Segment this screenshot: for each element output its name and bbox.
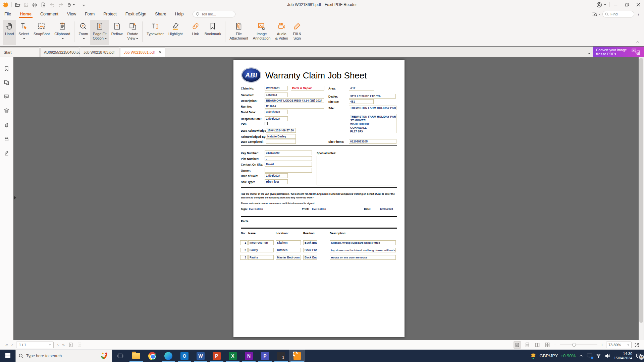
parts-row-position[interactable]: Back End xyxy=(303,248,317,252)
taskbar-powerpoint[interactable]: P xyxy=(209,350,225,362)
wireless-display-icon[interactable] xyxy=(587,353,592,358)
owner-field[interactable] xyxy=(265,168,312,173)
menu-home[interactable]: Home xyxy=(15,9,36,19)
open-file-button[interactable] xyxy=(15,2,20,8)
continuous-view-button[interactable] xyxy=(524,341,531,349)
page-thumbnails-icon[interactable] xyxy=(4,80,9,85)
parts-row-location[interactable]: Kitchen xyxy=(276,248,301,252)
restore-button[interactable] xyxy=(621,0,633,9)
key-number-field[interactable]: 3131/3099 xyxy=(265,150,312,155)
tab-job-w0218783[interactable]: Job W0218783.pdf xyxy=(80,47,119,57)
fill-sign-button[interactable]: Fill & Sign xyxy=(290,20,304,45)
taskbar-word[interactable]: W xyxy=(193,350,209,362)
wifi-icon[interactable] xyxy=(596,353,601,358)
despatch-date-field[interactable]: 14/03/2024 xyxy=(265,116,288,121)
find-input[interactable] xyxy=(610,12,631,16)
previous-view-button[interactable] xyxy=(68,342,73,348)
claim-no-field[interactable]: W0218681 xyxy=(265,86,288,90)
bookmarks-panel-icon[interactable] xyxy=(4,66,9,71)
minimize-button[interactable] xyxy=(610,0,621,9)
parts-row-position[interactable]: Back End xyxy=(303,255,317,260)
site-phone-field[interactable]: 01208863205 xyxy=(349,139,396,144)
zoom-slider-knob[interactable] xyxy=(572,343,576,347)
layers-panel-icon[interactable] xyxy=(4,108,9,114)
parts-row-no[interactable]: 1 xyxy=(240,240,248,245)
show-hidden-icons-button[interactable] xyxy=(579,354,583,358)
undo-button[interactable] xyxy=(49,2,55,8)
date-value[interactable]: 12/04/2024 xyxy=(380,207,393,210)
vertical-scrollbar[interactable] xyxy=(639,57,644,340)
next-page-button[interactable]: › xyxy=(57,343,59,347)
zoom-level-box[interactable]: 73.80% xyxy=(606,342,632,348)
zoom-in-button[interactable]: + xyxy=(601,343,603,347)
hand-tool-quick-button[interactable] xyxy=(67,2,75,7)
serial-no-field[interactable]: 1863013 xyxy=(265,93,288,97)
customize-toolbar-button[interactable] xyxy=(81,2,86,7)
menu-share[interactable]: Share xyxy=(151,9,170,19)
tell-me-input[interactable] xyxy=(201,12,230,16)
menu-form[interactable]: Form xyxy=(80,9,99,19)
audio-video-button[interactable]: Audio & Video xyxy=(273,20,290,45)
highlight-button[interactable]: Highlight xyxy=(166,20,185,45)
date-completed-field[interactable] xyxy=(266,139,296,144)
last-page-button[interactable]: » xyxy=(62,343,65,347)
print-value[interactable]: Eve Colton xyxy=(312,207,326,210)
find-box[interactable] xyxy=(602,11,634,17)
taskbar-chrome[interactable] xyxy=(144,350,160,362)
tab-close-icon[interactable] xyxy=(159,51,162,54)
menu-help[interactable]: Help xyxy=(171,9,188,19)
parts-row-issue[interactable]: Faulty xyxy=(248,248,274,252)
close-button[interactable] xyxy=(633,0,644,9)
panel-expand-handle[interactable] xyxy=(14,196,18,200)
volume-icon[interactable] xyxy=(605,353,610,358)
special-notes-field[interactable] xyxy=(317,156,396,185)
clipboard-button[interactable]: Clipboard xyxy=(52,20,72,45)
dealer-field[interactable]: 3T'S LEISURE LTD T/A xyxy=(349,94,396,99)
image-annotation-button[interactable]: Image Annotation xyxy=(251,20,273,45)
menu-view[interactable]: View xyxy=(63,9,80,19)
first-page-button[interactable]: « xyxy=(5,343,8,347)
more-options-icon[interactable]: ⋮ xyxy=(636,12,641,17)
fullscreen-button[interactable] xyxy=(634,343,639,348)
pdf-page[interactable]: ABI Warranty Claim Job Sheet Claim No: W… xyxy=(233,60,405,337)
signature-panel-icon[interactable] xyxy=(4,150,9,156)
tab-ab0925532150480[interactable]: AB0925532150480.pdf xyxy=(40,47,79,57)
select-button[interactable]: Select xyxy=(16,20,31,45)
tab-list-dropdown[interactable] xyxy=(587,50,590,56)
facing-view-button[interactable] xyxy=(534,341,541,349)
area-field[interactable]: A12 xyxy=(349,86,374,90)
redo-button[interactable] xyxy=(58,2,64,8)
page-number-box[interactable]: 1 / 1 xyxy=(16,342,54,348)
taskbar-search-box[interactable]: Type here to search xyxy=(15,350,112,362)
bookmark-button[interactable]: Bookmark xyxy=(202,20,224,45)
acknowledged-by-field[interactable]: Natalie Darley xyxy=(266,134,296,139)
plot-number-field[interactable]: . xyxy=(265,156,312,161)
site-field[interactable]: TREWISTON FARM HOLIDAY PARK xyxy=(349,106,396,110)
parts-row-issue[interactable]: Incorrect Part xyxy=(248,240,274,245)
zoom-button[interactable]: Zoom xyxy=(76,20,90,45)
task-view-button[interactable] xyxy=(112,350,128,362)
currency-ticker-widget[interactable]: GBP/JPY +0.90% xyxy=(530,353,576,359)
single-page-view-button[interactable] xyxy=(514,341,521,349)
attachments-panel-icon[interactable] xyxy=(4,122,9,128)
parts-row-description[interactable]: Kitchen, wrong cupboard handle fitted xyxy=(330,240,396,245)
taskbar-edge[interactable] xyxy=(160,350,176,362)
hand-button[interactable]: Hand xyxy=(3,20,16,45)
save-button[interactable] xyxy=(23,2,29,7)
sign-value[interactable]: Eve Colton xyxy=(249,207,263,210)
taskbar-onenote[interactable]: N xyxy=(241,350,257,362)
link-button[interactable]: Link xyxy=(189,20,202,45)
search-highlight-image[interactable] xyxy=(100,351,109,361)
zoom-out-button[interactable]: − xyxy=(554,343,556,347)
site-address-field[interactable]: TREWISTON FARM HOLIDAY PARK ST MINVER WA… xyxy=(349,114,396,133)
taskbar-app-with-badge[interactable]: 1 xyxy=(273,350,289,362)
reflow-button[interactable]: Reflow xyxy=(109,20,125,45)
taskbar-foxit-reader[interactable] xyxy=(289,350,305,362)
collap​se-ribbon-button[interactable] xyxy=(636,40,640,44)
start-button[interactable] xyxy=(0,350,15,362)
next-view-button[interactable] xyxy=(77,342,82,348)
convert-image-banner[interactable]: Convert your image files to PDFs xyxy=(593,47,644,57)
menu-file[interactable]: File xyxy=(0,9,15,19)
pdi-checkbox[interactable] xyxy=(265,122,268,125)
sale-type-field[interactable]: Hire Fleet xyxy=(265,179,288,184)
